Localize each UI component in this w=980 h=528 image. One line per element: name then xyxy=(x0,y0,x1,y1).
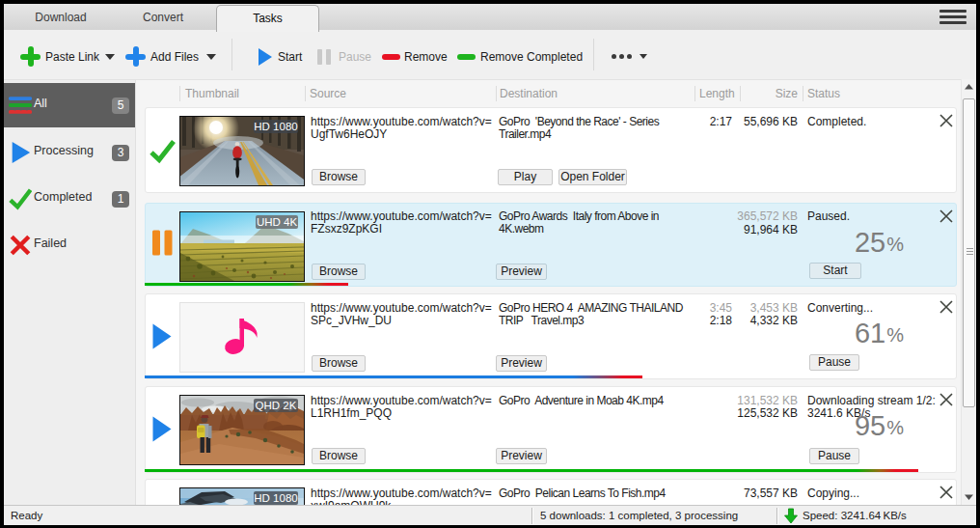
svg-text:HD 1080: HD 1080 xyxy=(254,121,297,132)
svg-text:UHD 4K: UHD 4K xyxy=(257,216,298,228)
svg-text:HD 1080: HD 1080 xyxy=(254,492,297,504)
svg-text:QHD 2K: QHD 2K xyxy=(256,400,297,411)
